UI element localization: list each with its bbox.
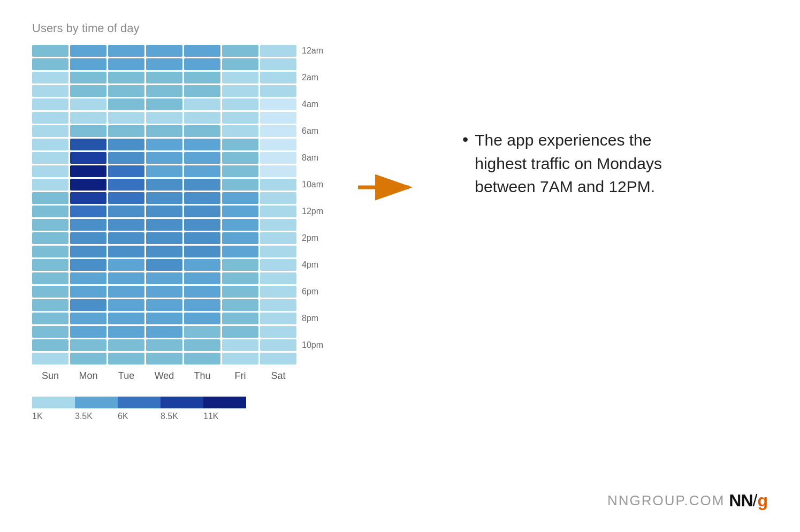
heatmap-cell — [108, 326, 144, 338]
insight-section: • The app experiences the highest traffi… — [452, 128, 768, 199]
footer-nn-g: NN / g — [729, 491, 768, 511]
heatmap-cell — [146, 313, 182, 324]
insight-bullet: • The app experiences the highest traffi… — [462, 128, 768, 199]
heatmap-cell — [184, 139, 220, 150]
heatmap-cell — [260, 326, 296, 338]
heatmap-row — [32, 85, 296, 97]
heatmap-cell — [70, 353, 106, 364]
time-label: 6am — [302, 125, 323, 137]
heatmap-cell — [70, 286, 106, 298]
heatmap-cell — [222, 112, 258, 124]
heatmap-cell — [108, 246, 144, 257]
heatmap-cell — [70, 72, 106, 83]
heatmap-cell — [146, 272, 182, 284]
heatmap-cell — [222, 206, 258, 217]
heatmap-cell — [222, 179, 258, 191]
heatmap-row — [32, 326, 296, 338]
legend-segment — [75, 397, 118, 408]
heatmap-cell — [146, 192, 182, 204]
heatmap-cell — [32, 139, 68, 150]
heatmap-cell — [184, 219, 220, 231]
heatmap-cell — [32, 326, 68, 338]
heatmap-cell — [146, 326, 182, 338]
heatmap-cell — [32, 353, 68, 364]
heatmap-cell — [222, 326, 258, 338]
heatmap-row — [32, 339, 296, 351]
heatmap-cell — [32, 72, 68, 83]
heatmap-cell — [184, 232, 220, 244]
heatmap-row — [32, 98, 296, 110]
heatmap-cell — [32, 98, 68, 110]
heatmap-cell — [184, 286, 220, 298]
arrow-section — [355, 171, 420, 203]
heatmap-cell — [260, 165, 296, 177]
heatmap-cell — [108, 165, 144, 177]
heatmap-cell — [70, 192, 106, 204]
heatmap-cell — [260, 152, 296, 164]
heatmap-cell — [108, 139, 144, 150]
heatmap-cell — [184, 206, 220, 217]
heatmap-cell — [32, 232, 68, 244]
heatmap-cell — [32, 206, 68, 217]
heatmap-cell — [70, 98, 106, 110]
heatmap-cell — [32, 286, 68, 298]
time-label: 6pm — [302, 286, 323, 298]
heatmap-grid — [32, 45, 296, 364]
heatmap-cell — [260, 179, 296, 191]
day-label: Thu — [184, 370, 220, 382]
arrow-icon — [355, 171, 420, 203]
footer-slash: / — [753, 491, 758, 511]
heatmap-cell — [260, 85, 296, 97]
heatmap-cell — [222, 259, 258, 271]
heatmap-cell — [108, 85, 144, 97]
heatmap-cell — [184, 72, 220, 83]
heatmap-cell — [108, 179, 144, 191]
heatmap-cell — [184, 85, 220, 97]
heatmap-cell — [222, 152, 258, 164]
heatmap-cell — [70, 313, 106, 324]
heatmap-cell — [222, 353, 258, 364]
heatmap-cell — [108, 58, 144, 70]
heatmap-cell — [184, 339, 220, 351]
heatmap-cell — [260, 58, 296, 70]
heatmap-cell — [260, 45, 296, 57]
heatmap-cell — [260, 72, 296, 83]
time-label: 2pm — [302, 232, 323, 244]
heatmap-cell — [70, 85, 106, 97]
day-label: Sun — [32, 370, 68, 382]
day-label: Fri — [222, 370, 258, 382]
footer-g: g — [757, 491, 768, 511]
legend-label: 3.5K — [75, 412, 118, 421]
heatmap-cell — [32, 152, 68, 164]
heatmap-row — [32, 219, 296, 231]
heatmap-cell — [146, 179, 182, 191]
time-label: 12pm — [302, 206, 323, 217]
heatmap-cell — [70, 326, 106, 338]
heatmap-cell — [260, 286, 296, 298]
heatmap-cell — [108, 219, 144, 231]
time-label: 2am — [302, 72, 323, 83]
heatmap-cell — [32, 259, 68, 271]
legend-label: 1K — [32, 412, 75, 421]
heatmap-cell — [184, 45, 220, 57]
heatmap-cell — [146, 299, 182, 311]
heatmap-cell — [70, 152, 106, 164]
heatmap-cell — [260, 313, 296, 324]
heatmap-cell — [32, 165, 68, 177]
heatmap-cell — [184, 259, 220, 271]
heatmap-cell — [146, 165, 182, 177]
heatmap-row — [32, 313, 296, 324]
heatmap-cell — [222, 286, 258, 298]
legend-label: 8.5K — [161, 412, 203, 421]
day-labels: SunMonTueWedThuFriSat — [32, 370, 323, 382]
page-container: Users by time of day 12am2am4am6am8am10a… — [0, 0, 800, 532]
heatmap-cell — [222, 246, 258, 257]
heatmap-cell — [70, 299, 106, 311]
heatmap-cell — [184, 98, 220, 110]
heatmap-cell — [70, 232, 106, 244]
heatmap-cell — [70, 219, 106, 231]
heatmap-cell — [222, 72, 258, 83]
legend-gradient — [32, 397, 323, 408]
heatmap-row — [32, 72, 296, 83]
time-label: 10am — [302, 179, 323, 191]
